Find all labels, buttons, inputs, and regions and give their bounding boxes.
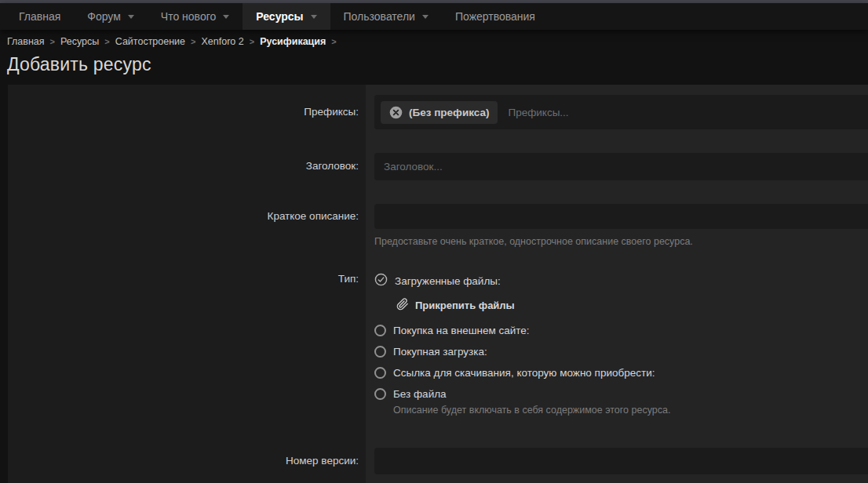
breadcrumb-separator-icon: > xyxy=(331,37,336,46)
check-circle-icon xyxy=(374,273,388,289)
radio-external-purchase[interactable]: Покупка на внешнем сайте: xyxy=(374,325,868,336)
type-field: Тип: Загруженные файлы: Прикрепи xyxy=(8,259,868,437)
breadcrumb-separator-icon: > xyxy=(250,37,254,46)
radio-purchased-download[interactable]: Покупная загрузка: xyxy=(374,346,868,358)
radio-circle-icon xyxy=(374,346,386,358)
nav-item-label: Главная xyxy=(19,10,60,23)
version-label: Номер версии: xyxy=(286,437,366,483)
breadcrumb: Главная > Ресурсы > Сайтостроение > Xenf… xyxy=(7,36,861,47)
nav-item-label: Пользователи xyxy=(344,10,415,23)
radio-circle-icon xyxy=(374,367,386,379)
tagline-label: Краткое описание: xyxy=(268,191,366,259)
page-header: Главная > Ресурсы > Сайтостроение > Xenf… xyxy=(0,30,868,85)
page-title: Добавить ресурс xyxy=(7,54,861,75)
breadcrumb-separator-icon: > xyxy=(104,37,109,46)
title-field: Заголовок: xyxy=(8,140,868,191)
title-label: Заголовок: xyxy=(306,140,366,191)
version-field: Номер версии: xyxy=(8,437,868,483)
chevron-down-icon xyxy=(311,15,317,19)
nav-item-resources[interactable]: Ресурсы xyxy=(243,3,330,30)
nav-item-home[interactable]: Главная xyxy=(5,3,74,30)
attach-files-button[interactable]: Прикрепить файлы xyxy=(396,298,515,313)
nav-item-label: Ресурсы xyxy=(256,10,303,23)
breadcrumb-item-site-building[interactable]: Сайтостроение xyxy=(115,36,185,47)
radio-uploaded-files[interactable]: Загруженные файлы: xyxy=(374,273,868,289)
radio-circle-icon xyxy=(374,388,386,400)
nav-item-label: Что нового xyxy=(161,10,216,23)
breadcrumb-item-xenforo2[interactable]: Xenforo 2 xyxy=(202,36,244,47)
type-label: Тип: xyxy=(338,259,366,437)
nav-item-whats-new[interactable]: Что нового xyxy=(148,3,243,30)
paperclip-icon xyxy=(396,298,409,313)
nav-item-label: Форум xyxy=(87,10,121,23)
nav-item-donations[interactable]: Пожертвования xyxy=(442,3,549,30)
prefixes-label: Префиксы: xyxy=(304,85,366,140)
no-file-hint: Описание будет включать в себя содержимо… xyxy=(393,405,868,416)
prefix-token-label: (Без префикса) xyxy=(409,107,489,118)
radio-label: Покупка на внешнем сайте: xyxy=(393,325,530,336)
radio-label: Загруженные файлы: xyxy=(395,275,501,287)
remove-prefix-icon[interactable] xyxy=(389,106,403,119)
add-resource-form: Префиксы: (Без префикса) Префиксы... xyxy=(8,85,868,483)
tagline-field: Краткое описание: Предоставьте очень кра… xyxy=(8,191,868,259)
prefix-token[interactable]: (Без префикса) xyxy=(381,101,498,124)
radio-purchasable-download-link[interactable]: Ссылка для скачивания, которую можно при… xyxy=(374,367,868,379)
prefixes-placeholder: Префиксы... xyxy=(508,107,568,118)
radio-label: Ссылка для скачивания, которую можно при… xyxy=(393,367,655,379)
nav-item-members[interactable]: Пользователи xyxy=(330,3,442,30)
breadcrumb-separator-icon: > xyxy=(191,37,195,46)
main-nav: Главная Форум Что нового Ресурсы Пользов… xyxy=(0,3,868,30)
tagline-input[interactable] xyxy=(374,204,868,229)
breadcrumb-separator-icon: > xyxy=(50,37,55,46)
title-input[interactable] xyxy=(374,153,868,180)
chevron-down-icon xyxy=(422,15,429,19)
prefixes-input[interactable]: (Без префикса) Префиксы... xyxy=(374,95,868,129)
chevron-down-icon xyxy=(128,15,134,19)
version-input[interactable] xyxy=(374,448,868,474)
tagline-hint: Предоставьте очень краткое, однострочное… xyxy=(374,236,868,248)
attach-files-label: Прикрепить файлы xyxy=(415,300,515,311)
chevron-down-icon xyxy=(223,15,229,19)
radio-no-file[interactable]: Без файла xyxy=(374,388,868,400)
radio-label: Покупная загрузка: xyxy=(393,346,487,358)
radio-circle-icon xyxy=(374,325,386,336)
breadcrumb-item-russification[interactable]: Русификация xyxy=(260,36,326,47)
prefixes-field: Префиксы: (Без префикса) Префиксы... xyxy=(8,85,868,140)
nav-item-forum[interactable]: Форум xyxy=(74,3,148,30)
breadcrumb-item-home[interactable]: Главная xyxy=(7,36,45,47)
nav-item-label: Пожертвования xyxy=(455,10,535,23)
radio-label: Без файла xyxy=(393,388,447,400)
breadcrumb-item-resources[interactable]: Ресурсы xyxy=(60,36,99,47)
